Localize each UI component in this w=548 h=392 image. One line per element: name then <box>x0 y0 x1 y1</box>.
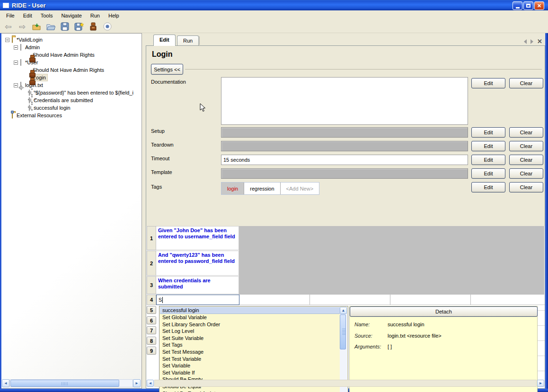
tree-item[interactable]: Login <box>1 74 141 81</box>
tags-clear-button[interactable]: Clear <box>509 182 543 192</box>
settings-toggle-button[interactable]: Settings << <box>151 64 183 75</box>
scroll-right-button[interactable]: ► <box>133 379 141 387</box>
tag-add-new[interactable]: <Add New> <box>281 183 319 194</box>
tree-item-label[interactable]: *ValidLogin <box>15 36 44 43</box>
tree-item[interactable]: Credentials are submitted <box>1 96 141 104</box>
grid-cell-step1[interactable]: Given "John Doe" has been entered to use… <box>156 226 239 250</box>
teardown-edit-button[interactable]: Edit <box>471 141 505 151</box>
row-header-9[interactable]: 9 <box>147 347 156 355</box>
timeout-field[interactable]: 15 seconds <box>221 155 468 165</box>
tree-item-label[interactable]: successful login <box>32 105 72 111</box>
maximize-button[interactable] <box>523 1 533 10</box>
menu-item[interactable]: Tools <box>36 11 57 20</box>
template-clear-button[interactable]: Clear <box>509 168 543 179</box>
autocomplete-item[interactable]: Set Log Level <box>160 328 340 335</box>
tree-item-label[interactable]: External Resources <box>15 112 63 119</box>
grid-horizontal-scrollbar[interactable]: ◄ ► <box>147 380 544 387</box>
forward-arrow-icon[interactable]: ⇨ <box>17 22 27 31</box>
row-header-5[interactable]: 5 <box>147 306 156 314</box>
row-header-7[interactable]: 7 <box>147 326 156 334</box>
scroll-thumb[interactable] <box>340 314 346 349</box>
tree-item-label[interactable]: Should Have Admin Rights <box>31 52 96 58</box>
menu-item[interactable]: Help <box>104 11 124 20</box>
tree-item[interactable]: Should Have Admin Rights <box>1 51 141 59</box>
template-edit-button[interactable]: Edit <box>471 168 505 179</box>
setup-edit-button[interactable]: Edit <box>471 127 505 138</box>
tree-item-label[interactable]: Should Not Have Admin Rights <box>31 67 106 73</box>
minimize-button[interactable] <box>513 1 522 10</box>
detach-button[interactable]: Detach <box>350 306 538 317</box>
scroll-track[interactable] <box>154 380 537 387</box>
save-icon[interactable] <box>60 22 70 31</box>
open-file-icon[interactable] <box>31 22 42 31</box>
autocomplete-item[interactable]: Set Tags <box>160 341 340 348</box>
grid-row4-cells[interactable] <box>239 295 545 305</box>
pane-close-icon[interactable]: ✕ <box>537 38 542 44</box>
tree-item[interactable]: successful login <box>1 104 141 112</box>
scroll-up-button[interactable]: ▲ <box>340 307 347 314</box>
scroll-track[interactable] <box>9 379 133 387</box>
tree-item[interactable]: *User <box>1 59 141 66</box>
tree-item[interactable]: External Resources <box>1 112 141 119</box>
scroll-right-button[interactable]: ► <box>537 380 544 387</box>
grid-edit-cell[interactable]: S <box>156 295 239 305</box>
tab-run[interactable]: Run <box>177 35 199 46</box>
scroll-left-button[interactable]: ◄ <box>2 379 9 387</box>
row-header-8[interactable]: 8 <box>147 337 156 345</box>
autocomplete-item[interactable]: Set Test Message <box>160 348 340 356</box>
pane-prev-icon[interactable] <box>524 39 527 44</box>
autocomplete-item[interactable]: Set Suite Variable <box>160 335 340 342</box>
close-button[interactable]: ✕ <box>534 1 544 10</box>
tree-horizontal-scrollbar[interactable]: ◄ ► <box>2 379 141 387</box>
tree-item[interactable]: *ValidLogin <box>1 36 141 44</box>
grid-cell-step2[interactable]: And "qwerty123" has been entered to pass… <box>156 251 239 276</box>
tag-login[interactable]: login <box>221 183 244 194</box>
menu-item[interactable]: Edit <box>19 11 36 20</box>
tree-item[interactable]: Admin <box>1 44 141 51</box>
autocomplete-item[interactable]: successful login <box>160 307 340 314</box>
record-stop-icon[interactable] <box>102 22 113 31</box>
autocomplete-item[interactable]: Set Global Variable <box>160 314 340 321</box>
expander-icon[interactable] <box>14 45 18 50</box>
documentation-field[interactable] <box>221 77 468 125</box>
timeout-edit-button[interactable]: Edit <box>471 155 505 165</box>
autocomplete-item[interactable]: Set Test Variable <box>160 356 340 363</box>
documentation-clear-button[interactable]: Clear <box>509 78 543 88</box>
tag-regression[interactable]: regression <box>244 183 280 194</box>
teardown-clear-button[interactable]: Clear <box>509 141 543 151</box>
tree-item-label[interactable]: Admin <box>24 44 41 51</box>
timeout-clear-button[interactable]: Clear <box>509 155 543 165</box>
grid-cell-step3[interactable]: When credentials are submitted <box>156 276 239 294</box>
scroll-left-button[interactable]: ◄ <box>147 380 154 387</box>
save-all-icon[interactable] <box>74 22 84 31</box>
tree-item[interactable]: login.txt <box>1 81 141 89</box>
tree-item[interactable]: Should Not Have Admin Rights <box>1 66 141 74</box>
row-header-2[interactable]: 2 <box>147 251 156 276</box>
autocomplete-item[interactable]: Set Variable If <box>160 369 340 376</box>
menu-item[interactable]: Run <box>86 11 104 20</box>
expander-icon[interactable] <box>14 61 18 65</box>
expander-icon[interactable] <box>14 83 18 87</box>
autocomplete-item[interactable]: Set Variable <box>160 362 340 369</box>
tree-item[interactable]: "${password}" has been entered to ${fiel… <box>1 89 141 96</box>
pane-next-icon[interactable] <box>530 39 533 44</box>
scroll-thumb[interactable] <box>10 380 119 387</box>
menu-item[interactable]: Navigate <box>57 11 86 20</box>
tags-edit-button[interactable]: Edit <box>471 182 505 192</box>
row-header-4[interactable]: 4 <box>147 295 156 305</box>
back-arrow-icon[interactable]: ⇦ <box>3 22 13 31</box>
autocomplete-item[interactable]: Set Library Search Order <box>160 321 340 328</box>
row-header-3[interactable]: 3 <box>147 276 156 294</box>
row-header-1[interactable]: 1 <box>147 226 156 250</box>
setup-clear-button[interactable]: Clear <box>509 127 543 138</box>
menu-item[interactable]: File <box>2 11 19 20</box>
tab-edit[interactable]: Edit <box>153 35 176 46</box>
expander-icon[interactable] <box>5 38 9 42</box>
robot-report-icon[interactable] <box>88 22 98 31</box>
autocomplete-vertical-scrollbar[interactable]: ▲ ▼ <box>340 307 347 392</box>
documentation-edit-button[interactable]: Edit <box>471 78 505 88</box>
tree-item-label[interactable]: Credentials are submitted <box>32 97 94 104</box>
row-header-6[interactable]: 6 <box>147 316 156 324</box>
open-folder-icon[interactable] <box>45 22 56 31</box>
title-bar[interactable]: RIDE - User ✕ <box>0 0 548 10</box>
